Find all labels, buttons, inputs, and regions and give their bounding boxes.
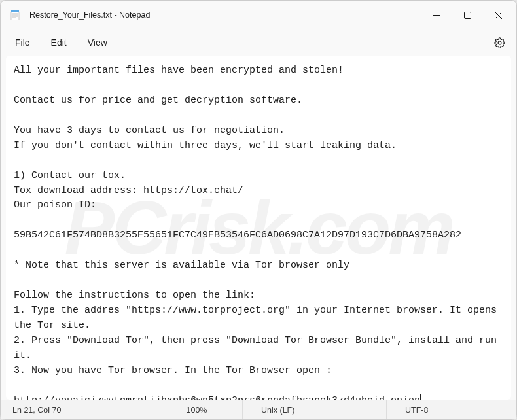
notepad-icon [10,10,20,20]
menu-bar: File Edit View [1,29,516,56]
notepad-window: Restore_Your_Files.txt - Notepad File Ed… [0,0,517,420]
window-title: Restore_Your_Files.txt - Notepad [29,10,421,20]
status-position: Ln 21, Col 70 [1,400,151,419]
menu-file[interactable]: File [6,33,39,52]
status-encoding: UTF-8 [387,400,516,419]
status-eol: Unix (LF) [243,400,387,419]
window-controls [421,1,514,29]
editor-area[interactable]: PCrisk.com All your important files have… [6,56,511,400]
minimize-button[interactable] [421,1,452,29]
document-text: All your important files have been encry… [14,65,503,400]
gear-icon [494,37,505,48]
status-zoom: 100% [151,400,243,419]
svg-rect-7 [465,12,471,18]
svg-line-8 [495,12,502,19]
settings-button[interactable] [488,31,511,54]
svg-line-9 [495,12,502,19]
status-bar: Ln 21, Col 70 100% Unix (LF) UTF-8 [1,400,516,419]
maximize-button[interactable] [452,1,483,29]
title-bar: Restore_Your_Files.txt - Notepad [1,1,516,29]
menu-edit[interactable]: Edit [42,33,76,52]
text-caret [420,394,421,400]
menu-view[interactable]: View [79,33,116,52]
text-content[interactable]: All your important files have been encry… [6,56,511,400]
svg-rect-0 [11,10,19,12]
close-button[interactable] [483,1,514,29]
